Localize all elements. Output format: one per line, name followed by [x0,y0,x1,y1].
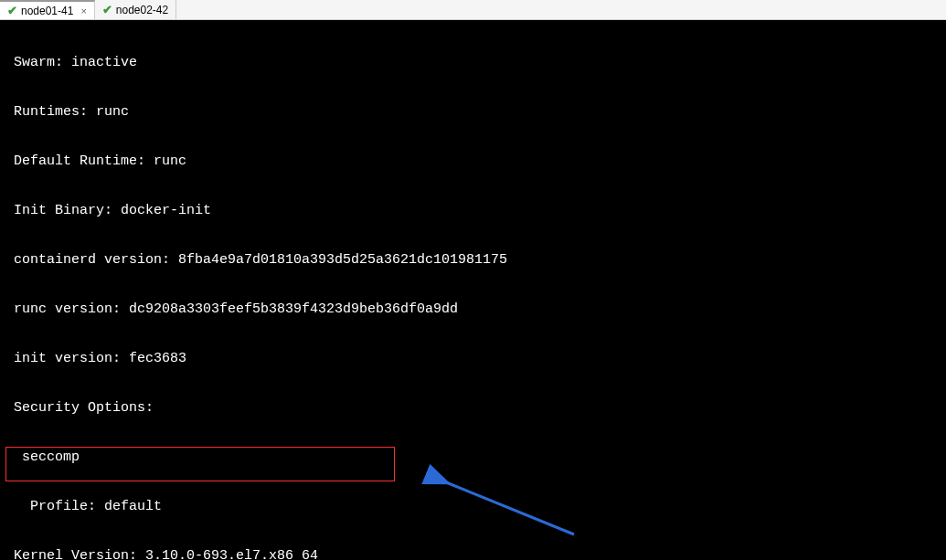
check-icon: ✔ [7,4,17,17]
terminal-line: Init Binary: docker-init [5,203,941,219]
tab-node01[interactable]: ✔ node01-41 × [0,0,95,19]
terminal-line: runc version: dc9208a3303feef5b3839f4323… [5,301,941,318]
terminal-line: Security Options: [5,400,941,417]
tab-node02[interactable]: ✔ node02-42 [95,0,176,19]
terminal-line: Profile: default [5,499,941,515]
tab-label: node02-42 [116,4,168,16]
tab-bar: ✔ node01-41 × ✔ node02-42 [0,0,946,20]
terminal-line: seccomp [5,449,941,466]
close-icon[interactable]: × [80,5,86,16]
terminal-line: Runtimes: runc [5,104,941,121]
terminal-line: Swarm: inactive [5,55,941,71]
check-icon: ✔ [102,3,112,16]
terminal-output[interactable]: Swarm: inactive Runtimes: runc Default R… [0,20,946,560]
tab-label: node01-41 [21,5,73,17]
terminal-line: init version: fec3683 [5,351,941,367]
terminal-line: Kernel Version: 3.10.0-693.el7.x86_64 [5,548,941,560]
terminal-line: containerd version: 8fba4e9a7d01810a393d… [5,252,941,269]
terminal-line: Default Runtime: runc [5,153,941,170]
